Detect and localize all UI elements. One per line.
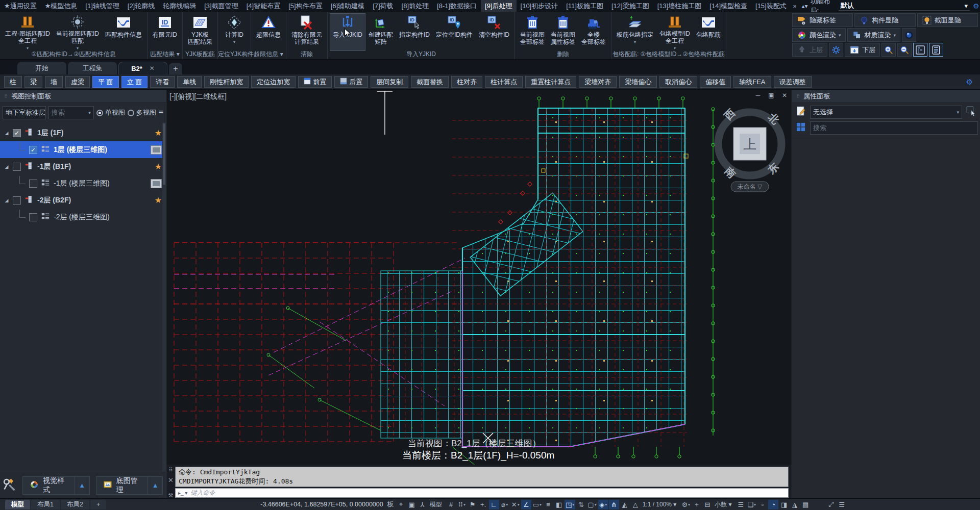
ribbon-button[interactable]: ID指定构件ID: [396, 13, 433, 51]
clean-screen-toggle[interactable]: ◔: [768, 500, 778, 509]
menu-item[interactable]: [6]辅助建模: [327, 0, 369, 12]
toolbar-button[interactable]: 重置柱计算点: [525, 76, 576, 88]
selection-filter-toggle[interactable]: ◈▾: [598, 500, 608, 509]
osnap-box-toggle[interactable]: ▭▾: [532, 500, 543, 509]
menu-item[interactable]: [3]截面管理: [200, 0, 242, 12]
units-ruler-toggle[interactable]: ⊟: [702, 500, 713, 509]
multi-view-radio[interactable]: 多视图: [128, 108, 156, 117]
close-icon[interactable]: ✕: [780, 92, 789, 99]
view-cluster-button[interactable]: [897, 43, 912, 57]
view-control-panel-header[interactable]: ⠿ 视图控制面板: [0, 90, 166, 103]
menu-item[interactable]: [2]轮廓线: [124, 0, 159, 12]
ribbon-button[interactable]: 超限信息: [253, 13, 284, 51]
layout-gear-icon[interactable]: ⚙: [973, 2, 979, 10]
menu-item[interactable]: [13]墙柱施工图: [653, 0, 706, 12]
tree-checkbox[interactable]: [13, 196, 21, 205]
visual-style-button[interactable]: 视觉样式▲: [22, 476, 90, 495]
expand-up-icon[interactable]: ▲: [148, 481, 162, 489]
close-icon[interactable]: ✕: [168, 476, 174, 484]
ribbon-button[interactable]: YJK板匹配结果: [185, 13, 215, 51]
document-tab[interactable]: B2*✕: [118, 62, 167, 74]
toolbar-button[interactable]: 梁墙对齐: [579, 76, 617, 88]
workspace-toggle[interactable]: ❏▾: [746, 500, 757, 509]
tree-checkbox[interactable]: [29, 213, 37, 221]
toolbar-button[interactable]: 墙: [45, 76, 63, 88]
view-list-menu-icon[interactable]: ≡: [159, 108, 163, 117]
maximize-icon[interactable]: ▣: [767, 92, 775, 99]
model-space-label[interactable]: 模型: [428, 500, 444, 509]
ucs-axis-toggle[interactable]: ⅄: [418, 500, 428, 509]
toolbar-button[interactable]: 梁墙偏心: [619, 76, 657, 88]
toolbar-gear-icon[interactable]: ⚙: [966, 78, 976, 87]
ribbon-button[interactable]: ID定位空ID构件: [433, 13, 476, 51]
tree-row[interactable]: -1层 (楼层三维图): [0, 175, 166, 192]
settings-gear-toggle[interactable]: ⚙▾: [680, 500, 691, 509]
polar-toggle[interactable]: ⌀▾: [500, 500, 510, 509]
toolbar-button[interactable]: 立 面: [121, 76, 148, 88]
tree-checkbox[interactable]: ✓: [29, 146, 37, 154]
tree-checkbox[interactable]: ✓: [13, 129, 21, 137]
view-cluster-button[interactable]: 截面显隐: [917, 13, 978, 27]
toolbar-button[interactable]: 轴线FEA: [733, 76, 771, 88]
status-menu-toggle[interactable]: ☰: [837, 500, 847, 509]
menu-item[interactable]: [11]板施工图: [562, 0, 607, 12]
menu-item[interactable]: ★通用设置: [0, 0, 41, 12]
ribbon-button[interactable]: ID清空构件ID: [476, 13, 512, 51]
snap-tracking-toggle[interactable]: +.: [478, 500, 488, 509]
menu-item[interactable]: 轮廓线编辑: [159, 0, 200, 12]
favorite-star-icon[interactable]: ★: [155, 128, 162, 138]
toolbar-button[interactable]: 虚梁: [65, 76, 90, 88]
pick-element-icon[interactable]: [965, 106, 978, 119]
expand-up-icon[interactable]: ▲: [75, 481, 89, 489]
view-cluster-button[interactable]: 材质渲染▾: [847, 28, 901, 42]
transparency-toggle[interactable]: ◧: [554, 500, 564, 509]
annotation-visibility-toggle[interactable]: ◭: [620, 500, 630, 509]
tree-expander-icon[interactable]: ◢: [4, 198, 9, 203]
floor-filter-combo[interactable]: 地下室标准层▾: [3, 106, 46, 119]
drawing-canvas[interactable]: 当前视图：B2_1层（楼层三维图） 当前楼层：B2_1层(1F)_H=-0.05…: [166, 90, 792, 465]
menu-item[interactable]: [8-1]数据接口: [433, 0, 481, 12]
ribbon-button[interactable]: 工程-图纸匹配ID全工程▾: [2, 13, 53, 51]
ribbon-button[interactable]: 计算ID▾: [220, 13, 249, 51]
menu-item[interactable]: [7]荷载: [369, 0, 397, 12]
ribbon-button[interactable]: 清除有限元计算结果: [288, 13, 325, 51]
ribbon-button[interactable]: ID有限元ID: [150, 13, 180, 51]
view-cluster-button[interactable]: [829, 43, 843, 57]
viewport-view-label[interactable]: [-][俯视][二维线框]: [169, 92, 227, 101]
view-search-combo[interactable]: 搜索▾: [48, 106, 94, 119]
drawing-viewport[interactable]: [-][俯视][二维线框] ─ ▣ ✕: [166, 90, 792, 465]
crosshair-toggle[interactable]: ＋: [692, 500, 702, 509]
osnap-angle-toggle[interactable]: ∠: [521, 500, 531, 509]
property-search-input[interactable]: 搜索: [810, 121, 978, 135]
favorite-star-icon[interactable]: ★: [155, 162, 162, 171]
menu-overflow-icon[interactable]: »: [791, 3, 799, 10]
units-precision-label[interactable]: 小数 ▾: [713, 500, 733, 509]
close-icon[interactable]: ✕: [150, 65, 155, 72]
toolbar-button[interactable]: 柱计算点: [485, 76, 523, 88]
menu-item[interactable]: [8]前处理: [398, 0, 433, 12]
hardware-accel-toggle[interactable]: ◨: [779, 500, 789, 509]
menu-panel-dropdown-icon[interactable]: ▴▾: [799, 3, 810, 10]
ribbon-button[interactable]: 创建匹配矩阵: [365, 13, 396, 51]
gizmo-toggle[interactable]: ⋔: [609, 500, 619, 509]
view-cluster-button[interactable]: [902, 28, 916, 42]
tree-checkbox[interactable]: [29, 180, 37, 188]
note-edit-icon[interactable]: [794, 106, 807, 119]
ribbon-button[interactable]: 导入YJKID: [330, 13, 365, 51]
layout-tab[interactable]: 模型: [5, 500, 30, 509]
menu-item[interactable]: [5]构件布置: [284, 0, 326, 12]
tree-row[interactable]: ✓1层 (楼层三维图): [0, 141, 166, 158]
slab-mode-toggle[interactable]: 板: [385, 500, 396, 509]
ribbon-button[interactable]: 包络配筋: [693, 13, 724, 51]
command-input[interactable]: ▸_ ▾ 键入命令: [175, 488, 789, 498]
toolbar-button[interactable]: 层间复制: [371, 76, 408, 88]
tree-row[interactable]: ◢✓1层 (1F)★: [0, 124, 166, 141]
toolbar-button[interactable]: 前置: [298, 76, 332, 88]
menu-item[interactable]: [1]轴线管理: [81, 0, 123, 12]
favorite-star-icon[interactable]: ★: [155, 195, 162, 205]
annotation-monitor-toggle[interactable]: ▫: [757, 500, 768, 509]
trace-toggle[interactable]: ▤: [800, 500, 811, 509]
tree-row[interactable]: -2层 (楼层三维图): [0, 209, 166, 225]
toolbar-button[interactable]: 刚性杆加宽: [204, 76, 249, 88]
osnap-3d-toggle[interactable]: ⇅: [576, 500, 586, 509]
